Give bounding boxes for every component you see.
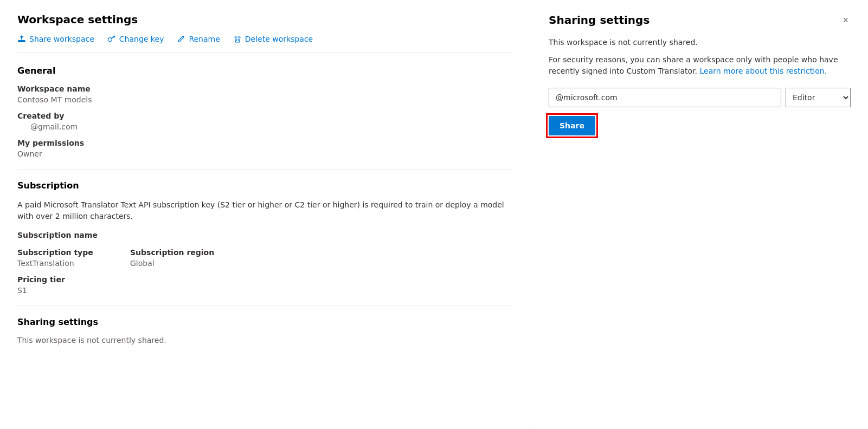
permissions-value: Owner: [17, 150, 513, 158]
subscription-region-col: Subscription region Global: [130, 248, 234, 275]
change-key-label: Change key: [119, 35, 164, 43]
sharing-description: For security reasons, you can share a wo…: [549, 54, 851, 77]
permissions-label: My permissions: [17, 139, 513, 147]
page-title: Workspace settings: [17, 13, 513, 26]
email-input[interactable]: [549, 88, 781, 107]
share-workspace-label: Share workspace: [29, 35, 94, 43]
panel-header: Sharing settings ×: [549, 13, 851, 27]
sharing-section: Sharing settings This workspace is not c…: [17, 317, 513, 344]
divider-2: [17, 306, 513, 306]
rename-button[interactable]: Rename: [177, 35, 220, 43]
workspace-name-label: Workspace name: [17, 84, 513, 93]
rename-label: Rename: [189, 35, 220, 43]
share-input-row: Editor Viewer: [549, 88, 851, 107]
subscription-section: Subscription A paid Microsoft Translator…: [17, 180, 513, 295]
subscription-region-label: Subscription region: [130, 248, 234, 257]
share-button-label: Share: [560, 121, 584, 130]
general-section: General Workspace name Contoso MT models…: [17, 66, 513, 158]
general-section-title: General: [17, 66, 513, 76]
svg-point-0: [108, 38, 112, 42]
sharing-section-title: Sharing settings: [17, 317, 513, 327]
close-button[interactable]: ×: [840, 13, 851, 27]
share-workspace-button[interactable]: Share workspace: [17, 35, 94, 43]
pricing-tier-label: Pricing tier: [17, 275, 513, 284]
share-button[interactable]: Share: [549, 116, 595, 135]
subscription-type-col: Subscription type TextTranslation: [17, 248, 121, 275]
right-panel: Sharing settings × This workspace is not…: [531, 0, 868, 429]
workspace-name-value: Contoso MT models: [17, 95, 513, 104]
learn-more-link[interactable]: Learn more about this restriction.: [700, 67, 827, 75]
subscription-section-title: Subscription: [17, 180, 513, 191]
left-panel: Workspace settings Share workspace Chang…: [0, 0, 531, 429]
created-by-value: @gmail.com: [17, 122, 513, 131]
divider-1: [17, 169, 513, 170]
sharing-settings-title: Sharing settings: [549, 14, 650, 27]
close-icon: ×: [843, 15, 848, 25]
subscription-region-value: Global: [130, 259, 234, 268]
subscription-type-value: TextTranslation: [17, 259, 121, 268]
svg-rect-1: [234, 37, 241, 37]
sharing-status-text: This workspace is not currently shared.: [17, 336, 513, 344]
share-icon: [17, 35, 26, 43]
role-select[interactable]: Editor Viewer: [786, 88, 851, 107]
delete-workspace-button[interactable]: Delete workspace: [233, 35, 313, 43]
toolbar: Share workspace Change key Rename: [17, 35, 513, 53]
delete-workspace-label: Delete workspace: [245, 35, 313, 43]
pricing-tier-value: S1: [17, 286, 513, 295]
subscription-type-label: Subscription type: [17, 248, 121, 257]
key-icon: [107, 35, 116, 43]
subscription-name-label: Subscription name: [17, 231, 513, 239]
created-by-label: Created by: [17, 112, 513, 120]
sharing-not-shared-status: This workspace is not currently shared.: [549, 38, 851, 47]
rename-icon: [177, 35, 185, 43]
subscription-description: A paid Microsoft Translator Text API sub…: [17, 199, 513, 222]
delete-icon: [233, 35, 242, 43]
subscription-type-region: Subscription type TextTranslation Subscr…: [17, 248, 234, 275]
change-key-button[interactable]: Change key: [107, 35, 164, 43]
